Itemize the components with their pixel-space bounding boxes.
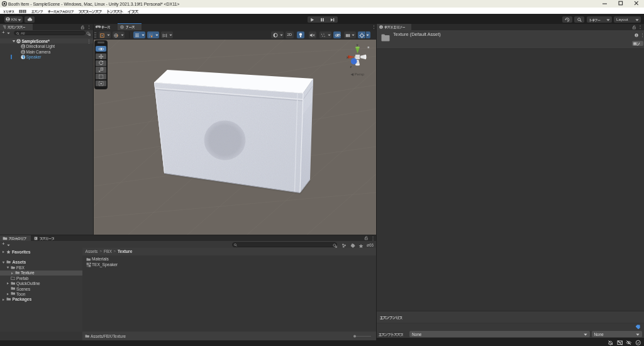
svg-text:x: x xyxy=(347,55,348,59)
svg-text:◀ Persp: ◀ Persp xyxy=(351,72,365,76)
svg-text:y: y xyxy=(357,43,358,47)
svg-text:z: z xyxy=(350,65,352,69)
